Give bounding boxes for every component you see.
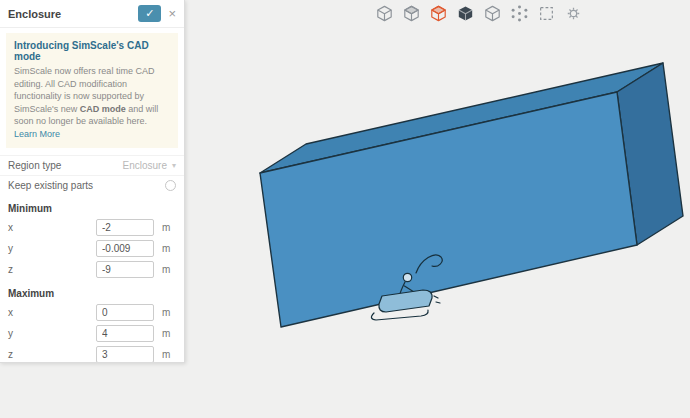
chevron-down-icon: ▾ <box>172 161 176 170</box>
maximum-y-row: y m <box>0 323 184 344</box>
page-title: Enclosure <box>8 8 131 20</box>
hidden-line-cube-icon[interactable] <box>484 5 501 22</box>
maximum-x-row: x m <box>0 302 184 323</box>
check-icon: ✓ <box>145 7 154 20</box>
minimum-y-input[interactable] <box>96 240 154 257</box>
unit-label: m <box>162 264 170 275</box>
maximum-y-input[interactable] <box>96 325 154 342</box>
minimum-z-row: z m <box>0 259 184 280</box>
axis-label-z: z <box>8 349 96 360</box>
vertices-icon[interactable] <box>511 5 528 22</box>
region-type-select[interactable]: Enclosure ▾ <box>123 160 176 171</box>
maximum-z-input[interactable] <box>96 346 154 363</box>
keep-existing-parts-row: Keep existing parts <box>0 175 184 195</box>
keep-existing-parts-label: Keep existing parts <box>8 180 165 191</box>
viewport-scene <box>185 0 690 418</box>
shaded-cube-icon[interactable] <box>403 5 420 22</box>
rider-head <box>403 273 411 281</box>
region-type-row: Region type Enclosure ▾ <box>0 155 184 175</box>
cad-mode-notice: Introducing SimScale's CAD mode SimScale… <box>6 33 178 148</box>
viewport-canvas[interactable] <box>185 0 690 418</box>
minimum-x-row: x m <box>0 217 184 238</box>
region-type-label: Region type <box>8 160 123 171</box>
maximum-x-input[interactable] <box>96 304 154 321</box>
enclosure-panel: Enclosure ✓ × Introducing SimScale's CAD… <box>0 0 185 363</box>
minimum-x-input[interactable] <box>96 219 154 236</box>
minimum-y-row: y m <box>0 238 184 259</box>
unit-label: m <box>162 222 170 233</box>
unit-label: m <box>162 349 170 360</box>
enclosure-box[interactable] <box>260 63 683 327</box>
notice-text-bold: CAD mode <box>80 104 126 114</box>
axis-label-y: y <box>8 328 96 339</box>
surfaces-mode-icon[interactable] <box>430 5 447 22</box>
axis-label-z: z <box>8 264 96 275</box>
minimum-z-input[interactable] <box>96 261 154 278</box>
panel-header: Enclosure ✓ × <box>0 0 184 28</box>
wireframe-cube-icon[interactable] <box>376 5 393 22</box>
box-select-icon[interactable] <box>538 5 555 22</box>
sled-runner <box>371 310 428 320</box>
close-icon[interactable]: × <box>168 7 176 20</box>
sled-detail-marks <box>434 296 440 303</box>
maximum-section-label: Maximum <box>0 280 184 302</box>
notice-body: SimScale now offers real time CAD editin… <box>14 65 170 141</box>
unit-label: m <box>162 307 170 318</box>
notice-title: Introducing SimScale's CAD mode <box>14 40 170 62</box>
minimum-section-label: Minimum <box>0 195 184 217</box>
axis-label-x: x <box>8 222 96 233</box>
maximum-z-row: z m <box>0 344 184 363</box>
unit-label: m <box>162 328 170 339</box>
axis-label-x: x <box>8 307 96 318</box>
unit-label: m <box>162 243 170 254</box>
keep-existing-parts-toggle[interactable] <box>165 180 176 191</box>
solid-mode-icon[interactable] <box>457 5 474 22</box>
learn-more-link[interactable]: Learn More <box>14 129 60 139</box>
viewport-toolbar <box>376 5 582 22</box>
settings-gear-icon[interactable] <box>565 5 582 22</box>
confirm-button[interactable]: ✓ <box>138 5 161 22</box>
region-type-value: Enclosure <box>123 160 167 171</box>
axis-label-y: y <box>8 243 96 254</box>
